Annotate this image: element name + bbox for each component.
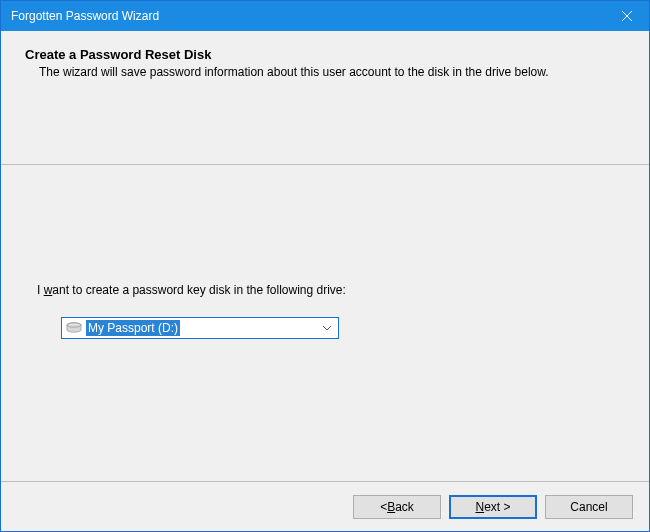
next-button[interactable]: Next > [449,495,537,519]
wizard-footer: < Back Next > Cancel [1,481,649,531]
close-button[interactable] [604,1,649,31]
drive-select-value: My Passport (D:) [86,320,180,336]
titlebar: Forgotten Password Wizard [1,1,649,31]
close-icon [622,9,632,24]
chevron-down-icon [322,325,332,331]
wizard-header: Create a Password Reset Disk The wizard … [1,31,649,165]
drive-select-wrap: My Passport (D:) [61,317,339,339]
drive-icon [66,322,82,334]
back-button[interactable]: < Back [353,495,441,519]
page-title: Create a Password Reset Disk [25,47,625,62]
drive-select[interactable]: My Passport (D:) [61,317,339,339]
page-description: The wizard will save password informatio… [39,64,625,81]
wizard-content: I want to create a password key disk in … [1,165,649,481]
wizard-window: Forgotten Password Wizard Create a Passw… [0,0,650,532]
window-title: Forgotten Password Wizard [11,9,159,23]
cancel-button[interactable]: Cancel [545,495,633,519]
drive-prompt-label: I want to create a password key disk in … [37,283,346,297]
